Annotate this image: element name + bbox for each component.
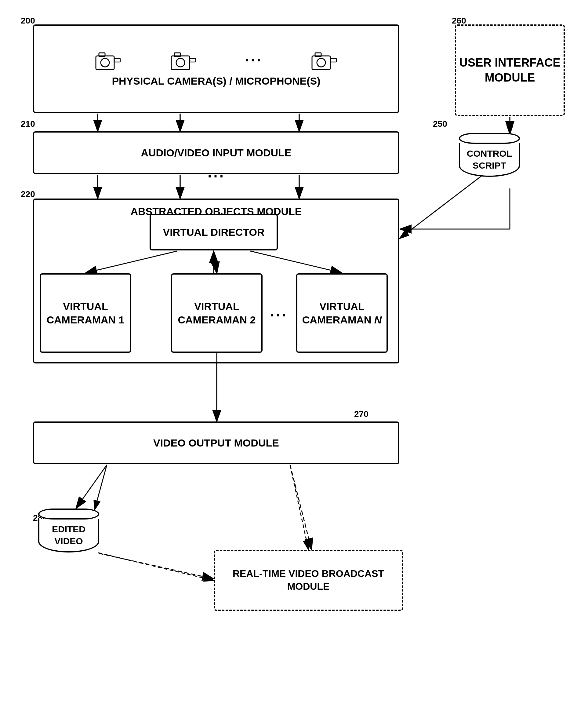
dots-cameramen: ···	[270, 307, 288, 324]
control-script-cylinder: CONTROL SCRIPT	[457, 133, 522, 188]
ref-270: 270	[354, 409, 369, 419]
real-time-broadcast-label: REAL-TIME VIDEO BROADCAST MODULE	[215, 568, 402, 593]
ref-200: 200	[21, 16, 35, 26]
svg-line-46	[76, 465, 107, 508]
virtual-cameraman1-label: VIRTUALCAMERAMAN 1	[47, 300, 125, 327]
virtual-director-box: VIRTUAL DIRECTOR	[150, 214, 278, 250]
diagram-container: 200 210 220 225 230 235 240 250 260 270 …	[0, 0, 588, 722]
ref-250: 250	[433, 119, 447, 129]
virtual-cameraman-n-label: VIRTUALCAMERAMAN N	[302, 300, 382, 327]
virtual-cameraman1-box: VIRTUALCAMERAMAN 1	[40, 273, 131, 353]
svg-line-48	[99, 553, 213, 579]
user-interface-box: USER INTERFACE MODULE	[455, 24, 565, 116]
svg-line-47	[290, 465, 311, 549]
camera-icon-1	[94, 50, 122, 71]
physical-cameras-box: ··· PHYSICAL CAMERA(S) / MICROPHONE(S)	[33, 24, 399, 113]
audio-video-input-box: AUDIO/VIDEO INPUT MODULE	[33, 131, 399, 174]
video-output-label: VIDEO OUTPUT MODULE	[153, 436, 279, 450]
user-interface-label: USER INTERFACE MODULE	[456, 55, 564, 85]
svg-point-24	[176, 58, 185, 67]
edited-video-label: EDITED VIDEO	[39, 523, 98, 547]
ref-220: 220	[21, 189, 35, 199]
virtual-cameraman2-label: VIRTUALCAMERAMAN 2	[178, 300, 256, 327]
control-script-label: CONTROL SCRIPT	[460, 147, 519, 171]
virtual-cameraman2-box: VIRTUALCAMERAMAN 2	[171, 273, 262, 353]
virtual-cameraman-n-box: VIRTUALCAMERAMAN N	[296, 273, 388, 353]
camera-icon-2	[170, 50, 197, 71]
svg-line-14	[290, 465, 308, 549]
svg-line-15	[98, 553, 213, 580]
ref-210: 210	[21, 119, 35, 129]
audio-video-input-label: AUDIO/VIDEO INPUT MODULE	[141, 146, 291, 160]
real-time-broadcast-box: REAL-TIME VIDEO BROADCAST MODULE	[214, 550, 403, 611]
physical-cameras-label: PHYSICAL CAMERA(S) / MICROPHONE(S)	[112, 74, 320, 88]
dots-cameras: ···	[245, 52, 262, 69]
svg-point-19	[101, 58, 109, 67]
svg-line-13	[94, 465, 107, 510]
camera-icon-3	[311, 50, 338, 71]
edited-video-cylinder: EDITED VIDEO	[37, 509, 101, 563]
svg-point-29	[317, 58, 326, 67]
video-output-box: VIDEO OUTPUT MODULE	[33, 421, 399, 464]
virtual-director-label: VIRTUAL DIRECTOR	[163, 225, 265, 239]
